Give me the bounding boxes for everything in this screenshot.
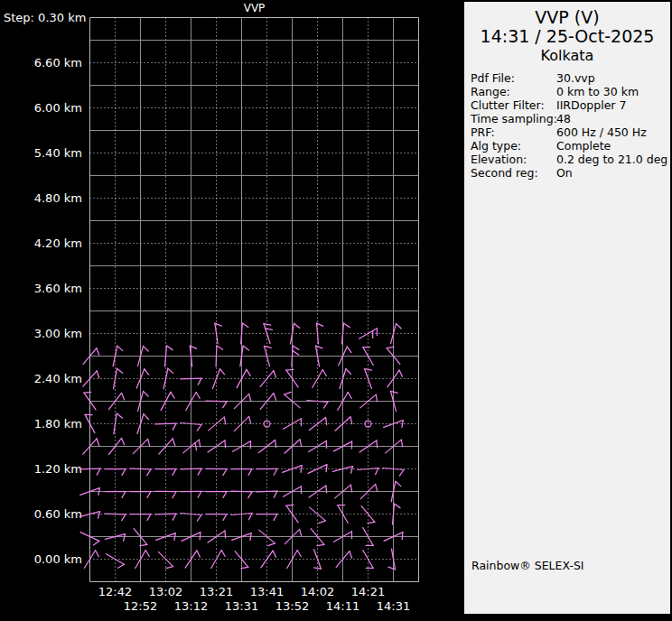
wind-barb-line — [147, 492, 151, 498]
wind-barb-line — [293, 351, 299, 355]
wind-barb-line — [264, 324, 270, 344]
wind-barb — [155, 423, 176, 430]
branding-label: Rainbow® SELEX-SI — [471, 559, 584, 572]
field-label: Clutter Filter: — [471, 98, 556, 112]
wind-barb — [163, 368, 173, 388]
wind-barb-line — [155, 423, 176, 424]
wind-barb — [260, 371, 276, 387]
wind-barb-line — [317, 544, 324, 545]
wind-barb-line — [322, 370, 326, 376]
wind-barb-line — [219, 369, 224, 375]
field-value: 48 — [556, 112, 670, 125]
x-axis-label: 14:02 — [301, 585, 334, 598]
wind-barb-line — [297, 551, 301, 557]
panel-fields: Pdf File: 30.vvp Range: 0 km to 30 km Cl… — [464, 71, 670, 180]
wind-barb-line — [216, 346, 217, 366]
wind-barb-line — [98, 512, 100, 519]
wind-barb — [84, 551, 98, 569]
wind-barb-line — [130, 468, 151, 469]
wind-barb-line — [316, 346, 323, 348]
wind-barb-line — [197, 515, 201, 522]
wind-barb-line — [143, 391, 148, 396]
panel-site: Kolkata — [464, 47, 670, 64]
vvp-window: { "plot": { "title": "VVP", "step_label"… — [0, 0, 672, 621]
y-axis-label: 3.60 km — [34, 282, 82, 295]
wind-barb — [234, 416, 250, 431]
wind-barb-line — [79, 468, 100, 469]
field-value: On — [556, 166, 670, 180]
wind-barb-line — [118, 564, 125, 568]
field-value: Complete — [556, 139, 670, 153]
x-axis-label: 14:21 — [351, 585, 385, 598]
wind-barb-line — [247, 369, 250, 375]
wind-barb — [316, 323, 322, 344]
wind-barb-line — [168, 368, 173, 373]
wind-barb-line — [147, 514, 151, 521]
field-label: Second reg: — [471, 166, 556, 180]
wind-barb-line — [402, 421, 403, 428]
field-row-pdf-file: Pdf File: 30.vvp — [471, 71, 670, 85]
wind-barb — [311, 529, 324, 546]
wind-barb-line — [319, 521, 326, 524]
wind-barb-line — [215, 323, 218, 344]
wind-barb-line — [140, 544, 147, 545]
wind-barb — [105, 469, 126, 476]
wind-barb-line — [249, 394, 251, 401]
field-row-alg-type: Alg type: Complete — [471, 139, 670, 153]
wind-barb-line — [167, 346, 173, 350]
wind-barb-line — [206, 401, 227, 402]
wind-barb-line — [97, 439, 98, 446]
y-axis-label: 6.00 km — [34, 101, 82, 115]
x-axis-label: 13:31 — [225, 599, 258, 613]
wind-barb-line — [145, 369, 149, 375]
field-row-time-sampling: Time sampling: 48 — [471, 112, 670, 125]
wind-barb-line — [387, 347, 394, 348]
field-label: Range: — [471, 85, 556, 98]
y-axis-label: 0.00 km — [34, 552, 82, 566]
wind-barb — [155, 469, 176, 476]
x-axis-label: 13:21 — [200, 585, 233, 598]
wind-barb-line — [399, 370, 402, 376]
wind-barb-line — [198, 491, 201, 497]
wind-barb-line — [257, 491, 277, 492]
x-axis-label: 14:11 — [326, 599, 359, 613]
wind-barb-line — [264, 324, 271, 326]
wind-barb-line — [300, 529, 302, 536]
wind-barb-line — [274, 394, 276, 401]
wind-barb — [158, 551, 173, 568]
field-value: IIRDoppler 7 — [556, 98, 670, 112]
wind-barb-line — [97, 468, 100, 475]
field-row-clutter-filter: Clutter Filter: IIRDoppler 7 — [471, 98, 670, 112]
x-axis-label: 12:52 — [124, 599, 157, 613]
wind-barb — [155, 514, 176, 520]
wind-barb-line — [223, 514, 227, 521]
wind-barb-line — [199, 440, 200, 447]
wind-barb-line — [344, 323, 350, 328]
field-value: 0 km to 30 km — [556, 85, 670, 98]
wind-barb — [257, 514, 277, 521]
wind-barb-line — [250, 533, 251, 541]
wind-barb-line — [122, 492, 126, 498]
wind-barb-line — [388, 567, 396, 570]
wind-barb-line — [294, 323, 299, 328]
wind-barb-line — [248, 492, 252, 498]
wind-barb — [209, 417, 226, 431]
wind-barb-line — [365, 369, 372, 370]
wind-barb-line — [124, 534, 126, 542]
panel-datetime: 14:31 / 25-Oct-2025 — [464, 27, 670, 46]
wind-barb-line — [173, 423, 176, 430]
wind-barb-line — [286, 369, 294, 370]
wind-barb-line — [300, 440, 302, 447]
panel-title: VVP (V) — [464, 7, 670, 27]
wind-barb-line — [241, 567, 248, 568]
wind-barb-line — [196, 393, 200, 399]
wind-barb-line — [376, 394, 377, 402]
wind-barb-line — [147, 469, 151, 476]
y-axis-label: 2.40 km — [34, 372, 82, 385]
field-row-prf: PRF: 600 Hz / 450 Hz — [471, 125, 670, 139]
field-label: PRF: — [471, 125, 556, 139]
wind-barb — [387, 370, 403, 387]
wind-barb-line — [326, 417, 327, 424]
wind-barb-line — [376, 484, 378, 491]
wind-barb-line — [301, 466, 302, 473]
